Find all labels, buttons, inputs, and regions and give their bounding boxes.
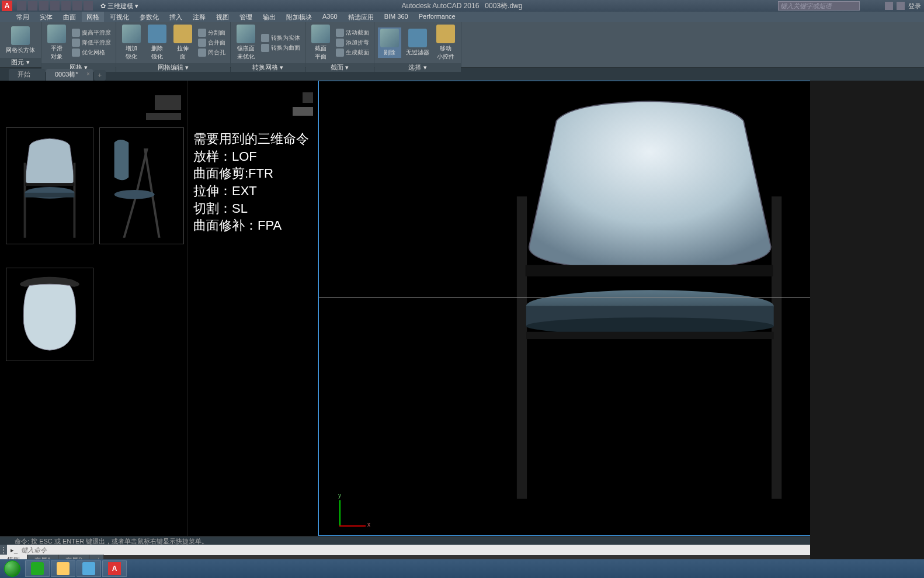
svg-rect-2 [25, 183, 75, 186]
ribbon-icon [436, 25, 455, 43]
command-history: 命令: 按 ESC 或 ENTER 键退出，或者单击鼠标右键显示快捷菜单。 [0, 537, 810, 545]
command-input[interactable] [21, 545, 810, 555]
viewport-middle[interactable]: 需要用到的三维命令 放样：LOF 曲面修剪:FTR 拉伸：EXT 切割：SL 曲… [187, 81, 318, 536]
viewport-control-icon[interactable] [155, 95, 181, 110]
ribbon-panel-title[interactable]: 图元 ▾ [0, 58, 41, 67]
ribbon-small-button[interactable]: 活动截面 [335, 28, 370, 37]
menu-item-6[interactable]: 插入 [165, 12, 187, 22]
menu-item-10[interactable]: 输出 [258, 12, 280, 22]
ribbon-small-button[interactable]: 闭合孔 [197, 48, 227, 57]
ribbon-panel-title[interactable]: 选择 ▾ [374, 63, 461, 72]
qat-open-icon[interactable] [28, 1, 37, 11]
user-area: 登录 [885, 2, 921, 11]
ribbon-button[interactable]: 拉伸面 [171, 23, 194, 62]
ribbon-small-label: 添加折弯 [346, 39, 369, 47]
command-window: 命令: 按 ESC 或 ENTER 键退出，或者单击鼠标右键显示快捷菜单。 ⋮ … [0, 536, 810, 555]
ribbon-small-button[interactable]: 添加折弯 [335, 38, 370, 47]
info-icon[interactable] [885, 2, 893, 10]
ribbon-button[interactable]: 剔除 [378, 27, 401, 58]
menu-item-7[interactable]: 注释 [188, 12, 210, 22]
menu-item-8[interactable]: 视图 [211, 12, 234, 22]
ribbon-small-button[interactable]: 合并面 [197, 38, 227, 47]
menu-item-13[interactable]: 精选应用 [343, 12, 378, 22]
menu-item-15[interactable]: Performance [414, 12, 460, 22]
qat-save-icon[interactable] [39, 1, 48, 11]
ribbon-small-icon [336, 49, 344, 57]
viewport-control-icon[interactable] [293, 107, 313, 116]
ribbon-small-button[interactable]: 转换为实体 [260, 33, 301, 43]
ribbon-button[interactable]: 截面平面 [309, 23, 332, 62]
ribbon-small-label: 分割面 [208, 29, 225, 37]
ribbon-label: 拉伸面 [177, 44, 189, 61]
qat-redo-icon[interactable] [84, 1, 93, 11]
ribbon-small-button[interactable]: 分割面 [197, 28, 227, 37]
ribbon-panel-title[interactable]: 截面 ▾ [305, 63, 374, 72]
svg-rect-7 [772, 196, 781, 499]
ribbon-label: 剔除 [384, 49, 395, 57]
ribbon-panel-3: 镶嵌面未优化转换为实体转换为曲面转换网格 ▾ [231, 22, 305, 67]
ribbon-icon [11, 26, 30, 45]
menu-item-4[interactable]: 可视化 [105, 12, 134, 22]
menu-item-11[interactable]: 附加模块 [282, 12, 317, 22]
svg-point-5 [114, 190, 155, 199]
ribbon-label: 删除锐化 [151, 44, 163, 61]
taskbar-app-explorer[interactable] [51, 560, 75, 577]
command-handle-icon[interactable]: ⋮ [0, 545, 7, 555]
qat-saveas-icon[interactable] [50, 1, 60, 11]
menu-item-3[interactable]: 网格 [82, 12, 104, 22]
ribbon-button[interactable]: 镶嵌面未优化 [234, 23, 258, 62]
ribbon-button[interactable]: 平滑对象 [45, 23, 68, 62]
ribbon-small-label: 合并面 [208, 39, 225, 47]
qat-undo-icon[interactable] [72, 1, 82, 11]
thumbnail-side-view[interactable] [99, 127, 184, 244]
viewport-control-icon[interactable] [303, 92, 313, 103]
thumbnail-front-view[interactable] [6, 127, 93, 244]
ribbon-small-button[interactable]: 生成截面 [335, 48, 370, 57]
ribbon-icon [122, 25, 141, 43]
menu-item-2[interactable]: 曲面 [58, 12, 81, 22]
app-logo[interactable]: A [2, 1, 12, 11]
thumbnail-top-view[interactable] [6, 268, 93, 361]
qat-new-icon[interactable] [17, 1, 26, 11]
ribbon-button[interactable]: 删除锐化 [145, 23, 169, 62]
user-icon[interactable] [897, 2, 905, 10]
ribbon-small-icon [336, 29, 344, 37]
menu-item-14[interactable]: BIM 360 [380, 12, 413, 22]
ribbon-small-button[interactable]: 降低平滑度 [71, 38, 112, 47]
ribbon-button[interactable]: 增加锐化 [120, 23, 143, 62]
viewport-left[interactable] [0, 81, 187, 536]
ribbon-small-button[interactable]: 优化网格 [71, 48, 112, 57]
ribbon-panel-title[interactable]: 网格编辑 ▾ [116, 63, 230, 72]
ribbon-small-button[interactable]: 提高平滑度 [71, 28, 112, 37]
menu-item-12[interactable]: A360 [318, 12, 342, 22]
ribbon-button[interactable]: 移动小控件 [434, 23, 457, 62]
ribbon-button[interactable]: 无过滤器 [404, 27, 432, 58]
ribbon-label: 镶嵌面未优化 [237, 44, 255, 61]
taskbar-app-autocad[interactable]: A [102, 560, 127, 577]
svg-rect-8 [526, 265, 773, 276]
ribbon-icon [148, 25, 166, 43]
start-button[interactable] [0, 559, 25, 578]
help-search-input[interactable]: 键入关键字或短语 [778, 1, 860, 11]
menu-item-9[interactable]: 管理 [235, 12, 257, 22]
menu-item-0[interactable]: 常用 [12, 12, 34, 22]
close-icon[interactable]: × [86, 71, 90, 77]
ribbon-small-icon [261, 34, 269, 42]
workspace-dropdown[interactable]: ✿ 三维建模 ▾ [100, 2, 138, 11]
ribbon-button[interactable]: 网格长方体 [4, 25, 37, 56]
menu-item-5[interactable]: 参数化 [135, 12, 164, 22]
add-tab-button[interactable]: + [94, 70, 106, 81]
windows-taskbar: A [0, 559, 924, 578]
viewport-control-icon[interactable] [146, 113, 181, 120]
login-button[interactable]: 登录 [908, 2, 921, 11]
ribbon-small-button[interactable]: 转换为曲面 [260, 43, 301, 53]
document-tab[interactable]: 开始 [9, 69, 45, 81]
ribbon-small-icon [198, 39, 206, 47]
ribbon-small-icon [72, 39, 80, 47]
taskbar-app-media[interactable] [77, 560, 101, 577]
qat-plot-icon[interactable] [61, 1, 71, 11]
ribbon-panel-title[interactable]: 转换网格 ▾ [231, 63, 305, 72]
menu-item-1[interactable]: 实体 [35, 12, 57, 22]
document-tab[interactable]: 0003椅*× [46, 69, 93, 81]
taskbar-app-iqiyi[interactable] [25, 560, 50, 577]
